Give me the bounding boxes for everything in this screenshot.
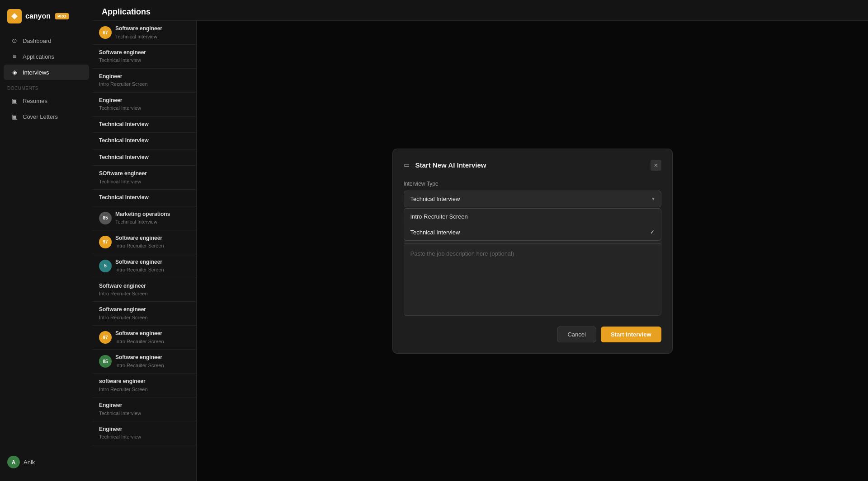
score-badge: 85 (99, 355, 112, 368)
interview-type-select-wrapper: Technical Interview ▾ Intro Recruiter Sc… (404, 191, 661, 207)
list-item[interactable]: Software engineer Intro Recruiter Screen (93, 278, 196, 302)
item-title: Software engineer (115, 259, 164, 266)
interview-type-select[interactable]: Technical Interview ▾ (404, 191, 661, 207)
list-item[interactable]: 97 Software engineer Intro Recruiter Scr… (93, 326, 196, 350)
item-info: Marketing operations Technical Interview (115, 211, 170, 225)
list-item[interactable]: Engineer Intro Recruiter Screen (93, 69, 196, 93)
main-content: Applications 67 Software engineer Techni… (93, 0, 868, 481)
option-label: Technical Interview (410, 229, 460, 236)
list-item[interactable]: Technical Interview (93, 190, 196, 206)
docs-nav: ▣ Resumes ▣ Cover Letters (0, 93, 93, 125)
item-title: Software engineer (115, 330, 164, 337)
item-title: Engineer (99, 73, 190, 80)
logo-badge: PRO (55, 13, 69, 19)
item-subtitle: Intro Recruiter Screen (99, 314, 190, 321)
selected-type-value: Technical Interview (410, 196, 460, 202)
item-info: Software engineer Intro Recruiter Screen (115, 354, 164, 369)
applications-icon: ≡ (11, 53, 18, 60)
item-subtitle: Technical Interview (115, 219, 170, 225)
list-item[interactable]: 85 Software engineer Intro Recruiter Scr… (93, 350, 196, 374)
sidebar: canyon PRO ⊙ Dashboard ≡ Applications ◈ … (0, 0, 93, 481)
page-title: Applications (102, 7, 859, 17)
dashboard-icon: ⊙ (11, 37, 18, 44)
item-subtitle: Technical Interview (99, 57, 190, 63)
close-modal-button[interactable]: × (651, 160, 661, 171)
documents-section-label: Documents (0, 80, 93, 93)
modal-backdrop: ▭ Start New AI Interview × Interview Typ… (197, 21, 868, 481)
list-item[interactable]: 5 Software engineer Intro Recruiter Scre… (93, 254, 196, 278)
content-area: Technical Interview Intro Recruiter Scre… (197, 21, 868, 481)
list-item[interactable]: SOftware engineer Technical Interview (93, 166, 196, 190)
modal-footer: Cancel Start Interview (404, 327, 661, 342)
option-label: Intro Recruiter Screen (410, 213, 468, 220)
item-subtitle: Technical Interview (115, 33, 162, 40)
sidebar-item-resumes[interactable]: ▣ Resumes (4, 93, 89, 108)
item-title: Technical Interview (99, 154, 190, 161)
cancel-button[interactable]: Cancel (557, 327, 596, 342)
item-title: Software engineer (99, 306, 190, 313)
start-interview-button[interactable]: Start Interview (601, 327, 661, 342)
editor-placeholder: Paste the job description here (optional… (410, 250, 514, 257)
item-title: Software engineer (115, 25, 162, 33)
list-item[interactable]: 67 Software engineer Technical Interview (93, 21, 196, 45)
list-item[interactable]: software engineer Intro Recruiter Screen (93, 374, 196, 397)
interview-list: 67 Software engineer Technical Interview… (93, 21, 197, 481)
item-info: Software engineer Intro Recruiter Screen (115, 259, 164, 273)
score-badge: 97 (99, 331, 112, 344)
chevron-down-icon: ▾ (652, 196, 655, 202)
user-row[interactable]: A Anik (4, 452, 89, 472)
logo-text: canyon (25, 12, 51, 20)
item-info: Software engineer Intro Recruiter Screen (115, 235, 164, 249)
modal-header: ▭ Start New AI Interview × (404, 160, 661, 171)
list-item[interactable]: Technical Interview (93, 149, 196, 166)
list-item[interactable]: Software engineer Technical Interview (93, 45, 196, 69)
sidebar-item-label: Interviews (23, 69, 49, 76)
list-item[interactable]: 85 Marketing operations Technical Interv… (93, 206, 196, 230)
item-subtitle: Technical Interview (99, 178, 190, 185)
score-badge: 85 (99, 212, 112, 224)
list-item[interactable]: Software engineer Intro Recruiter Screen (93, 302, 196, 326)
list-item[interactable]: Engineer Technical Interview (93, 421, 196, 445)
item-title: SOftware engineer (99, 170, 190, 177)
modal-dialog: ▭ Start New AI Interview × Interview Typ… (392, 149, 673, 354)
item-subtitle: Intro Recruiter Screen (99, 290, 190, 297)
list-item[interactable]: 97 Software engineer Intro Recruiter Scr… (93, 230, 196, 254)
item-subtitle: Intro Recruiter Screen (115, 243, 164, 249)
tv-icon: ▭ (404, 161, 412, 169)
checkmark-icon: ✓ (650, 229, 655, 235)
job-description-editor[interactable]: Paste the job description here (optional… (404, 243, 661, 316)
resumes-icon: ▣ (11, 97, 18, 104)
interview-type-dropdown: Intro Recruiter Screen Technical Intervi… (404, 208, 661, 241)
dropdown-option-intro[interactable]: Intro Recruiter Screen (404, 209, 661, 224)
item-subtitle: Intro Recruiter Screen (99, 81, 190, 87)
item-title: Engineer (99, 402, 190, 409)
list-item[interactable]: Technical Interview (93, 117, 196, 133)
list-item[interactable]: Engineer Technical Interview (93, 397, 196, 421)
item-subtitle: Intro Recruiter Screen (115, 338, 164, 345)
cover-letters-icon: ▣ (11, 113, 18, 120)
sidebar-item-dashboard[interactable]: ⊙ Dashboard (4, 33, 89, 48)
interview-type-field: Interview Type Technical Interview ▾ Int… (404, 181, 661, 207)
layout-body: 67 Software engineer Technical Interview… (93, 21, 868, 481)
modal-title-row: ▭ Start New AI Interview (404, 161, 486, 169)
item-subtitle: Technical Interview (99, 410, 190, 416)
sidebar-item-interviews[interactable]: ◈ Interviews (4, 65, 89, 80)
interviews-icon: ◈ (11, 69, 18, 76)
list-item[interactable]: Technical Interview (93, 133, 196, 149)
item-subtitle: Intro Recruiter Screen (99, 386, 190, 392)
sidebar-item-label: Dashboard (23, 37, 52, 44)
list-item[interactable]: Engineer Technical Interview (93, 93, 196, 117)
item-title: Technical Interview (99, 194, 190, 201)
score-badge: 97 (99, 236, 112, 248)
item-title: Engineer (99, 426, 190, 433)
sidebar-item-cover-letters[interactable]: ▣ Cover Letters (4, 109, 89, 124)
dropdown-option-technical[interactable]: Technical Interview ✓ (404, 224, 661, 240)
logo-icon (7, 9, 22, 23)
item-title: Technical Interview (99, 137, 190, 145)
score-badge: 67 (99, 26, 112, 39)
item-info: Software engineer Technical Interview (115, 25, 162, 40)
item-title: Technical Interview (99, 121, 190, 128)
sidebar-bottom: A Anik (0, 448, 93, 476)
sidebar-item-applications[interactable]: ≡ Applications (4, 49, 89, 64)
sidebar-item-label: Applications (23, 53, 54, 60)
